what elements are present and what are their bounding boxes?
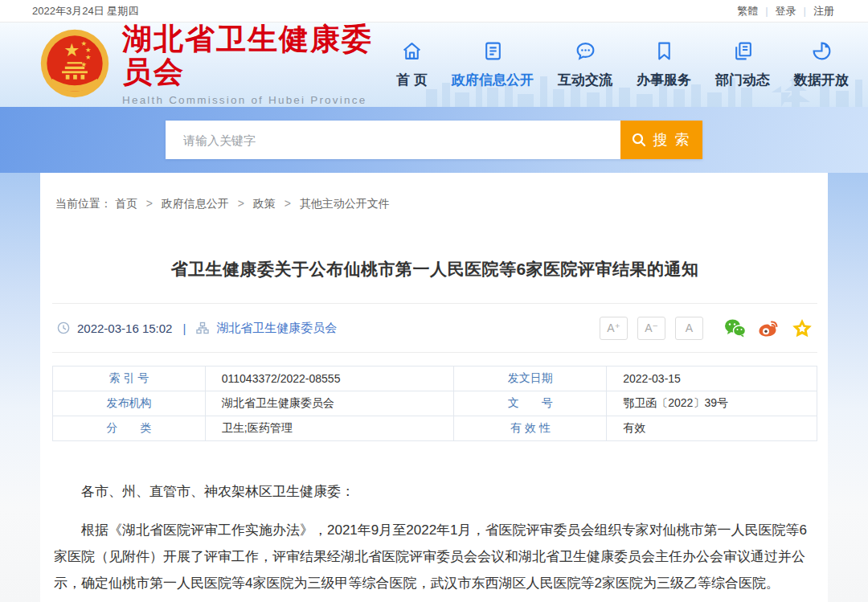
- article-source[interactable]: 湖北省卫生健康委员会: [216, 321, 337, 336]
- nav-item-department-news[interactable]: 部门动态: [715, 40, 770, 89]
- document-meta-table: 索 引 号 011043372/2022-08555 发文日期 2022-03-…: [52, 366, 817, 441]
- page-background: 当前位置： 首页 > 政府信息公开 > 政策 > 其他主动公开文件 省卫生健康委…: [0, 173, 868, 602]
- breadcrumb-item-gov-info[interactable]: 政府信息公开: [162, 197, 229, 210]
- meta-separator: |: [182, 321, 186, 335]
- traditional-chinese-link[interactable]: 繁體: [737, 4, 758, 18]
- favorite-star-icon[interactable]: [792, 318, 813, 338]
- pie-chart-icon: [811, 40, 833, 65]
- issue-date-value: 2022-03-15: [607, 367, 817, 391]
- category-label: 分 类: [53, 416, 206, 441]
- breadcrumb-separator: >: [238, 197, 244, 210]
- nav-item-label: 办事服务: [637, 71, 691, 89]
- font-reset-button[interactable]: A: [675, 317, 703, 340]
- validity-value: 有效: [607, 416, 817, 441]
- table-row: 分 类 卫生;医药管理 有 效 性 有效: [53, 416, 817, 441]
- main-navigation: 首 页 政府信息公开 互动交流: [396, 40, 849, 89]
- breadcrumb-item-other-public-docs[interactable]: 其他主动公开文件: [300, 197, 390, 210]
- search-input[interactable]: [166, 121, 620, 159]
- article-card: 当前位置： 首页 > 政府信息公开 > 政策 > 其他主动公开文件 省卫生健康委…: [40, 173, 828, 602]
- issuing-agency-label: 发布机构: [53, 391, 206, 416]
- table-row: 发布机构 湖北省卫生健康委员会 文 号 鄂卫函〔2022〕39号: [53, 391, 817, 416]
- breadcrumb-prefix: 当前位置：: [55, 197, 112, 210]
- table-row: 索 引 号 011043372/2022-08555 发文日期 2022-03-…: [53, 367, 817, 391]
- wechat-share-icon[interactable]: [724, 318, 746, 338]
- article-meta-left: 2022-03-16 15:02 | 湖北省卫生健康委员会: [57, 321, 337, 336]
- font-decrease-button[interactable]: A⁻: [637, 317, 665, 340]
- article-paragraph-main: 根据《湖北省医院评审工作实施办法》，2021年9月至2022年1月，省医院评审委…: [54, 517, 816, 596]
- nav-item-services[interactable]: 办事服务: [637, 40, 691, 89]
- search-button[interactable]: 搜 索: [620, 121, 702, 159]
- nav-item-label: 首 页: [396, 71, 428, 89]
- brand-text-block: 湖北省卫生健康委员会 Health Commission of Hubei Pr…: [122, 23, 396, 106]
- clock-icon: [57, 321, 70, 334]
- top-utility-bar: 2022年3月24日 星期四 繁體 | 登录 | 注册: [0, 0, 868, 23]
- search-band: 搜 索: [0, 107, 868, 173]
- search-button-label: 搜 索: [653, 130, 690, 149]
- nav-item-label: 互动交流: [558, 71, 612, 89]
- search-box: 搜 索: [166, 121, 702, 159]
- top-links: 繁體 | 登录 | 注册: [737, 4, 834, 18]
- validity-label: 有 效 性: [454, 416, 607, 441]
- national-emblem-logo: ★ ★ ★ ★ ★: [39, 27, 111, 103]
- article-title: 省卫生健康委关于公布仙桃市第一人民医院等6家医院评审结果的通知: [52, 258, 817, 281]
- issuing-agency-value: 湖北省卫生健康委员会: [205, 391, 454, 416]
- login-link[interactable]: 登录: [776, 4, 796, 18]
- nav-item-label: 部门动态: [715, 71, 770, 89]
- site-brand[interactable]: ★ ★ ★ ★ ★ 湖北省卫生健康委员会 Health Commission o…: [39, 23, 396, 106]
- issue-date-label: 发文日期: [454, 367, 607, 391]
- nav-item-label: 数据开放: [794, 71, 849, 89]
- site-title: 湖北省卫生健康委员会: [122, 23, 396, 88]
- font-increase-button[interactable]: A⁺: [600, 317, 628, 340]
- publish-time: 2022-03-16 15:02: [77, 321, 172, 335]
- document-number-value: 鄂卫函〔2022〕39号: [607, 391, 817, 416]
- category-value: 卫生;医药管理: [205, 416, 454, 441]
- breadcrumb-item-home[interactable]: 首页: [115, 197, 137, 210]
- breadcrumb-separator: >: [285, 197, 291, 210]
- breadcrumb: 当前位置： 首页 > 政府信息公开 > 政策 > 其他主动公开文件: [52, 197, 817, 211]
- document-icon: [482, 40, 504, 65]
- article-paragraph-salutation: 各市、州、直管市、神农架林区卫生健康委：: [54, 478, 816, 505]
- nav-item-home[interactable]: 首 页: [396, 40, 428, 89]
- source-org-icon: [196, 321, 209, 334]
- site-title-english: Health Commission of Hubei Province: [122, 94, 396, 106]
- home-icon: [401, 40, 423, 65]
- nav-item-interaction[interactable]: 互动交流: [558, 40, 612, 89]
- nav-item-label: 政府信息公开: [452, 71, 534, 89]
- stacked-pages-icon: [732, 40, 754, 65]
- nav-item-open-data[interactable]: 数据开放: [794, 40, 849, 89]
- breadcrumb-item-policy[interactable]: 政策: [253, 197, 276, 210]
- weibo-share-icon[interactable]: [758, 318, 780, 338]
- article-body: 各市、州、直管市、神农架林区卫生健康委： 根据《湖北省医院评审工作实施办法》，2…: [52, 478, 817, 596]
- article-meta-row: 2022-03-16 15:02 | 湖北省卫生健康委员会 A⁺ A⁻ A: [52, 303, 817, 353]
- share-icons: [724, 318, 813, 338]
- breadcrumb-separator: >: [146, 197, 153, 210]
- site-header: ★ ★ ★ ★ ★ 湖北省卫生健康委员会 Health Commission o…: [0, 23, 868, 107]
- chat-bubble-icon: [575, 40, 596, 65]
- index-number-label: 索 引 号: [53, 367, 206, 391]
- current-date: 2022年3月24日 星期四: [32, 4, 138, 18]
- document-number-label: 文 号: [454, 391, 607, 416]
- register-link[interactable]: 注册: [813, 4, 834, 18]
- topbar-separator: |: [765, 5, 768, 17]
- article-meta-right: A⁺ A⁻ A: [600, 317, 813, 340]
- nav-item-gov-info[interactable]: 政府信息公开: [452, 40, 534, 89]
- index-number-value: 011043372/2022-08555: [205, 367, 454, 391]
- svg-text:★: ★: [63, 39, 80, 59]
- bookmark-icon: [653, 40, 675, 65]
- search-icon: [632, 133, 646, 147]
- topbar-separator: |: [804, 5, 806, 17]
